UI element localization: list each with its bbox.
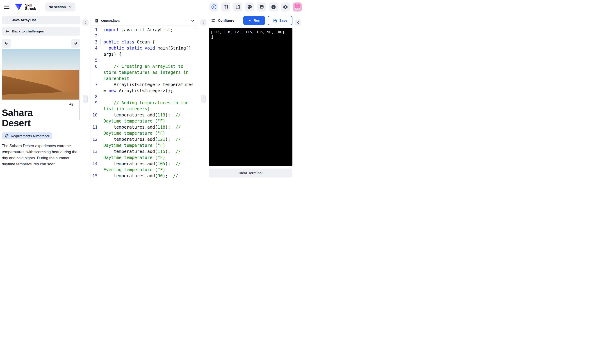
back-label: Back to challenges [12, 29, 44, 33]
settings-button[interactable] [281, 2, 290, 12]
code-line[interactable]: 10 temperatures.add(113); // Daytime tem… [91, 112, 198, 124]
file-dropdown-button[interactable] [191, 19, 195, 23]
autograder-badge[interactable]: Requirements Autograder [2, 132, 52, 139]
chevron-down-icon [68, 5, 72, 9]
reader-button[interactable] [221, 2, 230, 12]
skillstruck-logo[interactable]: Skill Struck [14, 3, 36, 11]
clear-terminal-button[interactable]: Clear Terminal [209, 169, 292, 178]
book-open-icon [223, 4, 228, 10]
code-line[interactable]: 14 temperatures.add(105); // Evening tem… [91, 161, 198, 173]
challenge-title: Sahara Desert [2, 108, 80, 128]
help-icon: ? [271, 4, 276, 10]
theme-button[interactable] [245, 2, 254, 12]
list-icon [5, 18, 10, 22]
challenge-panel: Java ArrayList Back to challenges [2, 16, 80, 182]
line-content[interactable]: public class Ocean { [101, 39, 198, 45]
left-panel-scrollbar[interactable] [79, 64, 80, 120]
header-toolbar: ? [209, 2, 302, 12]
next-challenge-button[interactable] [71, 39, 80, 48]
line-content[interactable]: temperatures.add(121); // Daytime temper… [101, 136, 198, 148]
line-content[interactable]: // Creating an ArrayList to store temper… [101, 63, 198, 81]
badge-label: Requirements Autograder [11, 134, 49, 138]
line-content[interactable]: import java.util.ArrayList; [101, 27, 198, 33]
terminal[interactable]: [113, 118, 121, 115, 105, 90, 100] [209, 28, 292, 166]
left-drag-handle[interactable] [83, 95, 88, 103]
challenge-nav [2, 39, 80, 48]
line-content[interactable]: // Adding temperatures to the list (in i… [101, 100, 198, 112]
line-content[interactable]: temperatures.add(115); // Daytime temper… [101, 148, 198, 161]
hamburger-menu-icon[interactable] [4, 5, 10, 9]
code-line[interactable]: 11 temperatures.add(118); // Daytime tem… [91, 124, 198, 136]
code-line[interactable]: 8 [91, 94, 198, 100]
line-number: 10 [91, 112, 101, 124]
collapse-output-button[interactable] [295, 19, 301, 26]
gear-icon [283, 4, 288, 10]
terminal-cursor [211, 35, 213, 39]
run-button[interactable]: Run [243, 16, 265, 25]
line-number: 3 [91, 39, 101, 45]
section-dropdown[interactable]: No section [45, 2, 76, 12]
line-content[interactable]: temperatures.add(105); // Evening temper… [101, 161, 198, 173]
line-number: 9 [91, 100, 101, 112]
code-line[interactable]: 6 // Creating an ArrayList to store temp… [91, 63, 198, 81]
code-line[interactable]: 5 [91, 57, 198, 63]
chevron-down-icon [191, 19, 195, 23]
palette-icon [247, 4, 252, 10]
code-line[interactable]: 7 ArrayList<Integer> temperatures = new … [91, 81, 198, 94]
chevron-left-icon [84, 21, 87, 24]
code-area[interactable]: 1import java.util.ArrayList;23public cla… [91, 26, 198, 182]
line-content[interactable] [101, 94, 198, 100]
file-name: Ocean.java [101, 19, 120, 23]
code-line[interactable]: 13 temperatures.add(115); // Daytime tem… [91, 148, 198, 161]
code-line[interactable]: 15 temperatures.add(90); // [91, 173, 198, 179]
line-content[interactable]: temperatures.add(113); // Daytime temper… [101, 112, 198, 124]
svg-text:?: ? [273, 5, 274, 9]
code-line[interactable]: 1import java.util.ArrayList; [91, 27, 198, 33]
run-tour-button[interactable] [209, 2, 218, 12]
code-line[interactable]: 4 public static void main(String[] args)… [91, 45, 198, 57]
previous-challenge-button[interactable] [2, 39, 11, 48]
line-content[interactable]: ArrayList<Integer> temperatures = new Ar… [101, 81, 198, 94]
back-to-challenges-button[interactable]: Back to challenges [2, 27, 80, 36]
file-bar[interactable]: Ocean.java [91, 16, 198, 26]
configure-label: Configure [218, 18, 234, 23]
logo-text: Skill Struck [25, 4, 36, 10]
challenge-description: The Sahara Desert experiences extreme te… [2, 143, 80, 167]
chevron-left-icon [297, 21, 300, 24]
avatar[interactable] [293, 2, 302, 12]
line-content[interactable] [101, 57, 198, 63]
line-content[interactable]: public static void main(String[] args) { [101, 45, 198, 57]
logo-mark-icon [14, 3, 23, 11]
terminal-output: [113, 118, 121, 115, 105, 90, 100] [211, 30, 285, 34]
configure-button[interactable]: Configure [209, 18, 236, 23]
play-circle-icon [211, 4, 217, 10]
line-number: 1 [91, 27, 101, 33]
save-button[interactable]: Save [268, 16, 292, 25]
editor-drag-handle[interactable] [201, 95, 206, 103]
code-line[interactable]: 3public class Ocean { [91, 39, 198, 45]
challenge-image [2, 49, 80, 100]
read-aloud-button[interactable] [68, 101, 74, 107]
code-line[interactable]: 2 [91, 33, 198, 39]
line-number: 5 [91, 57, 101, 63]
library-button[interactable] [233, 2, 242, 12]
images-button[interactable] [257, 2, 266, 12]
line-content[interactable] [101, 33, 198, 39]
line-number: 8 [91, 94, 101, 100]
code-line[interactable]: 9 // Adding temperatures to the list (in… [91, 100, 198, 112]
code-line[interactable]: 12 temperatures.add(121); // Daytime tem… [91, 136, 198, 148]
course-title: Java ArrayList [12, 18, 36, 22]
output-panel: Configure Run Save [113, 118, 121, 115, … [209, 16, 292, 182]
line-content[interactable]: temperatures.add(90); // [101, 173, 198, 179]
collapse-editor-button[interactable] [200, 19, 207, 26]
help-button[interactable]: ? [269, 2, 278, 12]
save-icon [273, 18, 277, 23]
scroll-cursor-marker [194, 29, 197, 29]
avatar-cat-image [293, 2, 302, 12]
editor-gutter [198, 16, 209, 182]
line-content[interactable]: temperatures.add(118); // Daytime temper… [101, 124, 198, 136]
collapse-left-panel-button[interactable] [82, 19, 89, 26]
speaker-icon [68, 101, 74, 107]
course-header[interactable]: Java ArrayList [2, 16, 80, 24]
file-icon [94, 18, 99, 23]
